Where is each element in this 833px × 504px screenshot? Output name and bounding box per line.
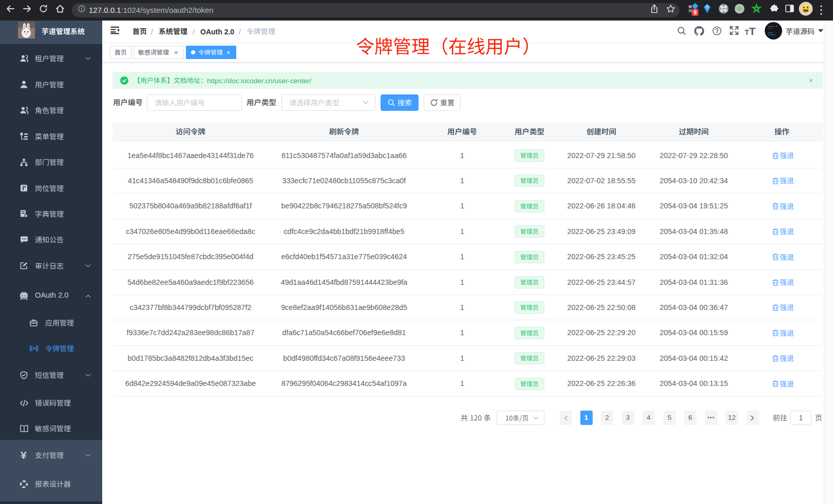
- svg-text:9: 9: [693, 9, 696, 15]
